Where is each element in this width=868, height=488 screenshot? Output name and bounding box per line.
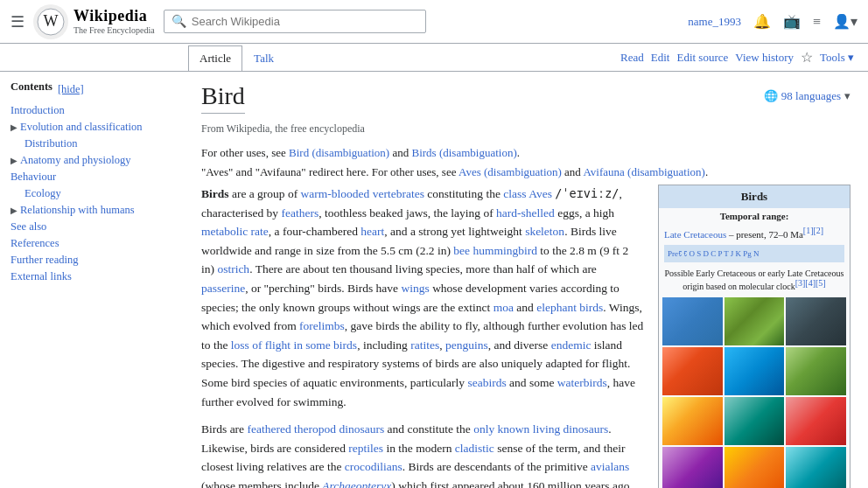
- infobox-timeline: PreꞒ Ꞓ O S D C P T J K Pg N: [664, 245, 844, 262]
- bird-image-1: [662, 297, 723, 345]
- toc-hide-link[interactable]: [hide]: [58, 83, 84, 96]
- contributions-icon[interactable]: ≡: [813, 14, 821, 30]
- link-wings[interactable]: wings: [401, 282, 429, 295]
- toc-anatomy[interactable]: ▶ Anatomy and physiology: [10, 152, 173, 169]
- link-endemic[interactable]: endemic: [551, 338, 592, 352]
- link-class[interactable]: class: [503, 187, 526, 200]
- hamburger-menu[interactable]: ☰: [10, 12, 24, 31]
- toc-introduction[interactable]: Introduction: [10, 102, 173, 119]
- tab-edit-source[interactable]: Edit source: [676, 51, 728, 65]
- link-only-known[interactable]: only known living dinosaurs: [473, 422, 608, 436]
- bird-image-6: [786, 347, 846, 395]
- link-seabirds[interactable]: seabirds: [467, 376, 506, 389]
- article-content: Bird 🌐 98 languages ▾ From Wikipedia, th…: [184, 72, 868, 488]
- tab-talk[interactable]: Talk: [242, 45, 285, 71]
- toc-relationship[interactable]: ▶ Relationship with humans: [10, 202, 173, 219]
- tab-article[interactable]: Article: [188, 45, 242, 71]
- link-skeleton[interactable]: skeleton: [525, 225, 564, 238]
- logo-text-container: Wikipedia The Free Encyclopedia: [74, 8, 155, 35]
- link-avifauna-disambig[interactable]: Avifauna (disambiguation): [583, 165, 704, 178]
- link-forelimbs[interactable]: forelimbs: [299, 319, 345, 332]
- toc-distribution[interactable]: Distribution: [10, 136, 173, 152]
- infobox-temporal-range-label: Temporal range:: [659, 208, 850, 224]
- bird-image-12: [786, 447, 846, 488]
- infobox-possible-text: Possible Early Cretaceous or early Late …: [659, 266, 850, 294]
- link-aves-disambig[interactable]: Aves (disambiguation): [458, 165, 562, 178]
- tab-read[interactable]: Read: [620, 51, 644, 65]
- infobox: Birds Temporal range: Late Cretaceous – …: [658, 185, 850, 488]
- link-aves[interactable]: Aves: [528, 187, 552, 200]
- link-theropod[interactable]: feathered theropod dinosaurs: [247, 422, 384, 436]
- toc-see-also[interactable]: See also: [10, 219, 173, 235]
- link-birds-disambig[interactable]: Birds (disambiguation): [411, 146, 516, 159]
- sidebar: Contents [hide] Introduction ▶ Evolution…: [0, 72, 184, 488]
- search-bar: 🔍: [164, 10, 426, 33]
- languages-chevron: ▾: [844, 89, 850, 103]
- toc-items: Introduction ▶ Evolution and classificat…: [10, 102, 173, 285]
- toc-evolution[interactable]: ▶ Evolution and classification: [10, 119, 173, 136]
- user-menu-icon[interactable]: 👤▾: [833, 13, 858, 30]
- link-moa[interactable]: moa: [494, 301, 514, 314]
- watchlist-star-icon[interactable]: ☆: [801, 49, 813, 66]
- bird-image-2: [724, 297, 785, 345]
- bird-image-8: [724, 397, 785, 445]
- link-metabolic-rate[interactable]: metabolic rate: [201, 225, 269, 238]
- languages-link[interactable]: 98 languages: [781, 89, 841, 103]
- link-ostrich[interactable]: ostrich: [217, 262, 249, 275]
- topbar-right: name_1993 🔔 📺 ≡ 👤▾: [688, 13, 858, 30]
- toc-external-links[interactable]: External links: [10, 268, 173, 285]
- link-avialans[interactable]: avialans: [591, 460, 629, 473]
- disambig-1: For other uses, see Bird (disambiguation…: [201, 146, 850, 160]
- wikipedia-title: Wikipedia: [74, 8, 155, 25]
- tab-edit[interactable]: Edit: [651, 51, 670, 65]
- article-tabs: Article Talk Read Edit Edit source View …: [0, 44, 868, 72]
- wikipedia-logo[interactable]: W Wikipedia The Free Encyclopedia: [33, 4, 155, 39]
- link-reptiles[interactable]: reptiles: [348, 442, 383, 455]
- wikipedia-subtitle: The Free Encyclopedia: [74, 25, 155, 35]
- toc-ecology[interactable]: Ecology: [10, 185, 173, 202]
- link-bee-hummingbird[interactable]: bee hummingbird: [453, 244, 537, 257]
- disambig-2: "Aves" and "Avifauna" redirect here. For…: [201, 165, 850, 179]
- search-input[interactable]: [192, 15, 418, 28]
- bird-image-10: [662, 447, 723, 488]
- link-archaeopteryx[interactable]: Archaeopteryx: [322, 479, 391, 488]
- link-waterbirds[interactable]: waterbirds: [557, 376, 607, 389]
- link-penguins[interactable]: penguins: [445, 338, 488, 352]
- toc-further-reading[interactable]: Further reading: [10, 252, 173, 268]
- link-feathers[interactable]: feathers: [281, 206, 318, 220]
- article-title: Bird: [201, 82, 245, 114]
- logo-image: W: [33, 4, 68, 39]
- link-elephant-birds[interactable]: elephant birds: [536, 301, 603, 314]
- infobox-title: Birds: [659, 185, 850, 208]
- toc-references[interactable]: References: [10, 235, 173, 252]
- svg-text:W: W: [44, 12, 59, 30]
- infobox-image-grid: [659, 294, 850, 488]
- watchlist-icon[interactable]: 📺: [783, 13, 801, 30]
- bird-image-11: [724, 447, 785, 488]
- bird-image-5: [724, 347, 785, 395]
- link-loss-of-flight[interactable]: loss of flight in some birds: [231, 338, 357, 352]
- infobox-range-value: Late Cretaceous – present, 72–0 Ma[1][2]: [659, 224, 850, 241]
- tab-tools[interactable]: Tools ▾: [820, 51, 854, 65]
- link-heart[interactable]: heart: [360, 225, 384, 238]
- username-link[interactable]: name_1993: [688, 15, 741, 29]
- link-crocodilians[interactable]: crocodilians: [345, 460, 402, 473]
- link-hard-shelled[interactable]: hard-shelled: [496, 206, 555, 220]
- toc-behaviour[interactable]: Behaviour: [10, 169, 173, 185]
- tab-actions: Read Edit Edit source View history ☆ Too…: [620, 49, 868, 66]
- tab-view-history[interactable]: View history: [735, 51, 794, 65]
- bird-image-3: [786, 297, 846, 345]
- link-passerine[interactable]: passerine: [201, 282, 245, 295]
- translate-icon: 🌐: [764, 89, 778, 103]
- toc-title: Contents: [10, 80, 52, 94]
- bird-image-4: [662, 347, 723, 395]
- link-bird-disambig[interactable]: Bird (disambiguation): [289, 146, 389, 159]
- from-wikipedia-text: From Wikipedia, the free encyclopedia: [201, 122, 850, 136]
- bird-image-7: [662, 397, 723, 445]
- bird-image-9: [786, 397, 846, 445]
- link-warm-blooded[interactable]: warm-blooded vertebrates: [301, 187, 424, 200]
- notifications-icon[interactable]: 🔔: [753, 13, 771, 30]
- search-icon: 🔍: [172, 14, 186, 29]
- link-ratites[interactable]: ratites: [410, 338, 439, 352]
- link-cladistic[interactable]: cladistic: [455, 442, 494, 455]
